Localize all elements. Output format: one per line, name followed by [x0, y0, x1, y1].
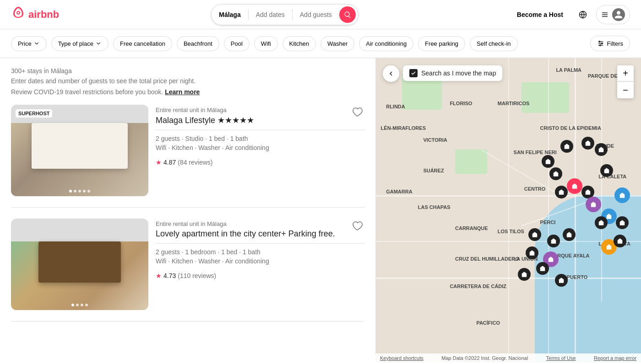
globe-icon [579, 11, 587, 19]
map-road-v4 [601, 58, 602, 302]
map-pin-1[interactable] [542, 155, 554, 168]
map-pin-12[interactable] [563, 228, 576, 241]
house-icon-17 [619, 219, 625, 226]
header-right: Become a Host [511, 5, 630, 24]
map-pin-10[interactable] [528, 228, 541, 241]
filter-bar: Price Type of place Free cancellation Be… [0, 29, 641, 58]
dot-1-2 [74, 190, 76, 193]
map-pin-11[interactable] [547, 235, 560, 247]
user-menu-button[interactable] [596, 5, 630, 24]
house-icon-4 [598, 146, 604, 153]
listing-image-container-1[interactable]: SUPERHOST [11, 105, 148, 196]
house-icon-y1 [606, 244, 612, 250]
house-icon-9 [598, 219, 604, 226]
search-bar: Málaga Add dates Add guests [211, 4, 359, 25]
map-pin-purple-1[interactable] [586, 197, 601, 212]
map-container[interactable]: LA PALMA PARQUE DEL SUR RLINDA LÉN-MIRAF… [375, 58, 641, 363]
dot-2-2 [76, 304, 79, 306]
location-search[interactable]: Málaga [212, 7, 248, 22]
map-pin-3[interactable] [581, 137, 594, 150]
house-icon-5 [603, 167, 610, 174]
map-pin-13[interactable] [526, 246, 538, 259]
house-icon-12 [566, 231, 572, 238]
hamburger-icon [601, 11, 608, 18]
map-back-button[interactable] [383, 65, 399, 82]
listing-details-1: 2 guests · Studio · 1 bed · 1 bath [156, 135, 364, 142]
listing-info-2: Entire rental unit in Málaga Lovely apar… [156, 219, 364, 310]
map-pin-blue-2[interactable] [614, 187, 630, 203]
wishlist-button-2[interactable] [350, 219, 364, 235]
map-pin-6[interactable] [549, 167, 562, 180]
map-pin-highlighted-1[interactable] [567, 178, 582, 194]
svg-point-6 [599, 45, 601, 46]
listing-rating-1: ★ 4.87 (84 reviews) [156, 159, 364, 166]
search-submit-button[interactable] [339, 6, 356, 23]
air-conditioning-filter[interactable]: Air conditioning [359, 36, 413, 51]
house-icon-13 [529, 250, 535, 256]
map-park-2 [521, 82, 569, 113]
wifi-filter[interactable]: Wifi [254, 36, 278, 51]
image-dots-1 [69, 190, 90, 193]
listing-card-2: Entire rental unit in Málaga Lovely apar… [11, 219, 364, 321]
map-pin-4[interactable] [595, 143, 608, 156]
map-pin-14[interactable] [536, 262, 549, 275]
check-icon [411, 70, 416, 76]
type-of-place-filter[interactable]: Type of place [51, 36, 109, 51]
map-road-v1 [548, 58, 549, 363]
map-pin-5[interactable] [600, 164, 613, 177]
beachfront-filter[interactable]: Beachfront [177, 36, 219, 51]
guests-search[interactable]: Add guests [293, 7, 339, 22]
rating-value-1: 4.87 [163, 159, 176, 166]
map-terms[interactable]: Terms of Use [546, 355, 576, 361]
house-icon-18 [617, 238, 623, 244]
left-panel: 300+ stays in Málaga Enter dates and num… [0, 58, 375, 363]
listing-info-1: Entire rental unit in Málaga Malaga Life… [156, 105, 364, 196]
wishlist-button-1[interactable] [350, 105, 364, 121]
dates-search[interactable]: Add dates [249, 7, 292, 22]
zoom-in-button[interactable]: + [617, 65, 634, 82]
become-host-button[interactable]: Become a Host [511, 6, 570, 23]
self-check-in-filter[interactable]: Self check-in [470, 36, 517, 51]
map-pin-18[interactable] [614, 235, 626, 247]
free-parking-filter[interactable]: Free parking [418, 36, 465, 51]
dot-1-5 [87, 190, 90, 193]
back-arrow-icon [387, 70, 395, 77]
free-cancellation-filter[interactable]: Free cancellation [113, 36, 172, 51]
map-keyboard-shortcuts[interactable]: Keyboard shortcuts [380, 355, 424, 361]
kitchen-filter[interactable]: Kitchen [282, 36, 316, 51]
search-as-move-checkbox[interactable]: Search as I move the map [403, 65, 502, 81]
listing-image-container-2[interactable] [11, 219, 148, 310]
price-filter[interactable]: Price [11, 36, 47, 51]
house-icon-p1 [590, 201, 597, 208]
listing-amenities-2: Wifi · Kitchen · Washer · Air conditioni… [156, 257, 364, 265]
learn-more-link[interactable]: Learn more [165, 88, 200, 96]
rating-reviews-1: (84 reviews) [178, 159, 212, 166]
house-icon-7 [558, 189, 565, 195]
washer-filter[interactable]: Washer [320, 36, 354, 51]
listing-type-1: Entire rental unit in Málaga [156, 107, 364, 113]
map-park-3 [455, 150, 487, 174]
map-pin-2[interactable] [560, 140, 573, 153]
map-pin-15[interactable] [518, 268, 531, 281]
star-icon-2: ★ [156, 272, 162, 279]
image-dots-2 [71, 304, 88, 306]
house-icon-p2 [548, 256, 554, 262]
house-icon-2 [564, 143, 570, 150]
main-layout: 300+ stays in Málaga Enter dates and num… [0, 58, 641, 363]
pool-filter[interactable]: Pool [224, 36, 250, 51]
map-report[interactable]: Report a map error [594, 355, 636, 361]
map-pin-17[interactable] [616, 216, 629, 229]
listing-amenities-1: Wifi · Kitchen · Washer · Air conditioni… [156, 144, 364, 151]
airbnb-logo-icon [11, 6, 26, 23]
map-pin-7[interactable] [555, 186, 568, 198]
map-pin-9[interactable] [595, 216, 608, 229]
svg-point-4 [599, 41, 600, 43]
language-button[interactable] [575, 7, 591, 22]
logo-link[interactable]: airbnb [11, 6, 59, 23]
map-pin-16[interactable] [555, 274, 568, 287]
map-road-v3 [508, 58, 509, 363]
zoom-out-button[interactable]: − [617, 82, 634, 98]
filters-button[interactable]: Filters [590, 36, 630, 51]
dot-1-3 [78, 190, 81, 193]
covid-notice-text: Review COVID-19 travel restrictions befo… [11, 88, 163, 96]
